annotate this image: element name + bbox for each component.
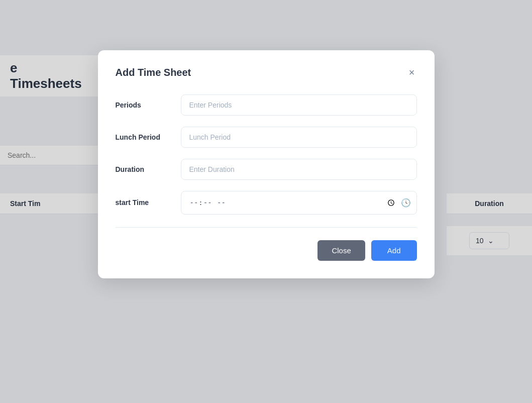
clock-icon: 🕓 [401,198,411,208]
duration-input[interactable] [181,159,417,180]
modal-close-x-button[interactable]: × [407,65,417,79]
add-button[interactable]: Add [371,240,417,261]
periods-input[interactable] [181,94,417,116]
lunch-period-input[interactable] [181,127,417,148]
add-timesheet-modal: Add Time Sheet × Periods Lunch Period Du… [98,50,435,278]
modal-divider [116,227,417,228]
start-time-input[interactable] [181,191,417,215]
modal-overlay: Add Time Sheet × Periods Lunch Period Du… [0,0,532,403]
start-time-input-wrapper: 🕓 [181,191,417,215]
start-time-form-group: start Time 🕓 [116,191,417,215]
start-time-label: start Time [116,198,181,207]
duration-form-group: Duration [116,159,417,180]
modal-title: Add Time Sheet [116,67,191,78]
lunch-period-label: Lunch Period [116,133,181,141]
modal-footer: Close Add [116,240,417,261]
periods-label: Periods [116,101,181,109]
lunch-period-form-group: Lunch Period [116,127,417,148]
close-button[interactable]: Close [317,240,365,261]
duration-label: Duration [116,165,181,173]
periods-form-group: Periods [116,94,417,116]
modal-header: Add Time Sheet × [116,65,417,79]
